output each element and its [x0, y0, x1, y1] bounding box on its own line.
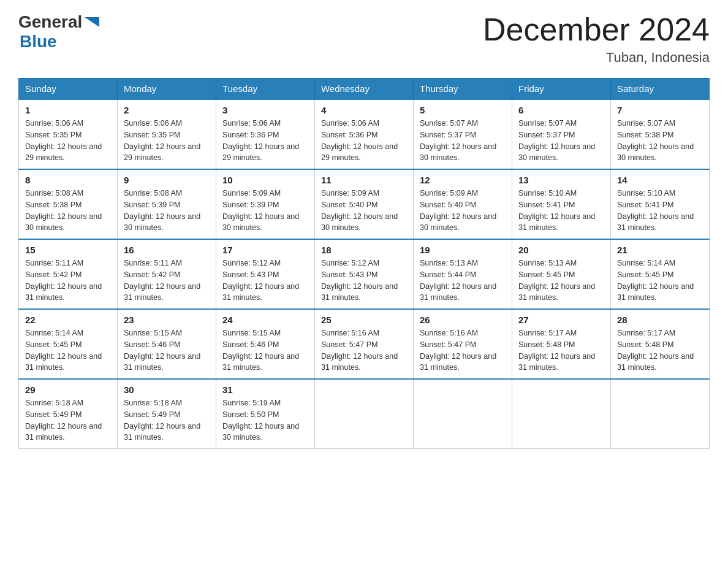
day-number: 6: [518, 105, 604, 115]
daylight-label: Daylight: 12 hours and 31 minutes.: [222, 282, 299, 302]
calendar-header-row: SundayMondayTuesdayWednesdayThursdayFrid…: [19, 79, 710, 100]
daylight-label: Daylight: 12 hours and 30 minutes.: [321, 212, 398, 232]
sunrise-label: Sunrise: 5:08 AM: [25, 189, 83, 197]
sunset-label: Sunset: 5:47 PM: [321, 340, 377, 349]
sunset-label: Sunset: 5:45 PM: [518, 270, 575, 279]
day-info: Sunrise: 5:16 AM Sunset: 5:47 PM Dayligh…: [420, 327, 506, 373]
sunset-label: Sunset: 5:50 PM: [222, 410, 279, 419]
sunset-label: Sunset: 5:42 PM: [124, 270, 180, 279]
sunset-label: Sunset: 5:39 PM: [124, 201, 180, 209]
day-info: Sunrise: 5:13 AM Sunset: 5:45 PM Dayligh…: [518, 258, 604, 304]
day-info: Sunrise: 5:08 AM Sunset: 5:39 PM Dayligh…: [124, 188, 210, 234]
title-section: December 2024 Tuban, Indonesia: [483, 12, 710, 66]
sunset-label: Sunset: 5:45 PM: [25, 340, 82, 349]
daylight-label: Daylight: 12 hours and 30 minutes.: [518, 142, 595, 163]
daylight-label: Daylight: 12 hours and 31 minutes.: [124, 422, 200, 442]
sunrise-label: Sunrise: 5:07 AM: [518, 119, 577, 128]
daylight-label: Daylight: 12 hours and 31 minutes.: [25, 352, 102, 372]
sunrise-label: Sunrise: 5:14 AM: [617, 259, 675, 267]
calendar-day-cell: 6 Sunrise: 5:07 AM Sunset: 5:37 PM Dayli…: [512, 99, 611, 169]
sunrise-label: Sunrise: 5:09 AM: [321, 189, 379, 197]
location-subtitle: Tuban, Indonesia: [483, 50, 710, 66]
day-number: 25: [321, 315, 407, 325]
calendar-day-cell: 17 Sunrise: 5:12 AM Sunset: 5:43 PM Dayl…: [216, 239, 315, 309]
logo-text-general: General: [18, 12, 82, 32]
calendar-header-saturday: Saturday: [611, 79, 710, 100]
calendar-day-cell: 13 Sunrise: 5:10 AM Sunset: 5:41 PM Dayl…: [512, 169, 611, 239]
calendar-week-row: 8 Sunrise: 5:08 AM Sunset: 5:38 PM Dayli…: [19, 169, 710, 239]
calendar-week-row: 15 Sunrise: 5:11 AM Sunset: 5:42 PM Dayl…: [19, 239, 710, 309]
calendar-day-cell: 14 Sunrise: 5:10 AM Sunset: 5:41 PM Dayl…: [611, 169, 710, 239]
calendar-header-wednesday: Wednesday: [315, 79, 414, 100]
sunset-label: Sunset: 5:42 PM: [25, 270, 82, 279]
day-number: 26: [420, 315, 506, 325]
daylight-label: Daylight: 12 hours and 29 minutes.: [222, 142, 299, 163]
sunrise-label: Sunrise: 5:10 AM: [518, 189, 577, 197]
sunset-label: Sunset: 5:35 PM: [25, 131, 82, 139]
sunset-label: Sunset: 5:44 PM: [420, 270, 476, 279]
calendar-header-monday: Monday: [118, 79, 216, 100]
sunrise-label: Sunrise: 5:15 AM: [222, 329, 281, 337]
sunrise-label: Sunrise: 5:07 AM: [617, 119, 675, 128]
day-info: Sunrise: 5:08 AM Sunset: 5:38 PM Dayligh…: [25, 188, 111, 234]
day-info: Sunrise: 5:16 AM Sunset: 5:47 PM Dayligh…: [321, 327, 407, 373]
calendar-day-cell: [611, 379, 710, 449]
day-number: 15: [25, 245, 111, 255]
calendar-header-thursday: Thursday: [414, 79, 512, 100]
calendar-day-cell: 26 Sunrise: 5:16 AM Sunset: 5:47 PM Dayl…: [414, 309, 512, 379]
day-number: 3: [222, 105, 308, 115]
day-number: 23: [124, 315, 210, 325]
calendar-day-cell: 29 Sunrise: 5:18 AM Sunset: 5:49 PM Dayl…: [19, 379, 118, 449]
sunrise-label: Sunrise: 5:19 AM: [222, 399, 281, 407]
day-info: Sunrise: 5:14 AM Sunset: 5:45 PM Dayligh…: [617, 258, 703, 304]
day-number: 17: [222, 245, 308, 255]
calendar-day-cell: 7 Sunrise: 5:07 AM Sunset: 5:38 PM Dayli…: [611, 99, 710, 169]
sunrise-label: Sunrise: 5:14 AM: [25, 329, 83, 337]
calendar-week-row: 1 Sunrise: 5:06 AM Sunset: 5:35 PM Dayli…: [19, 99, 710, 169]
sunrise-label: Sunrise: 5:10 AM: [617, 189, 675, 197]
sunrise-label: Sunrise: 5:11 AM: [25, 259, 83, 267]
daylight-label: Daylight: 12 hours and 31 minutes.: [25, 282, 102, 302]
calendar-header-friday: Friday: [512, 79, 611, 100]
daylight-label: Daylight: 12 hours and 31 minutes.: [321, 352, 398, 372]
sunset-label: Sunset: 5:41 PM: [617, 201, 673, 209]
daylight-label: Daylight: 12 hours and 31 minutes.: [617, 282, 694, 302]
calendar-day-cell: 4 Sunrise: 5:06 AM Sunset: 5:36 PM Dayli…: [315, 99, 414, 169]
sunrise-label: Sunrise: 5:06 AM: [321, 119, 379, 128]
calendar-day-cell: 1 Sunrise: 5:06 AM Sunset: 5:35 PM Dayli…: [19, 99, 118, 169]
day-number: 21: [617, 245, 703, 255]
day-info: Sunrise: 5:15 AM Sunset: 5:46 PM Dayligh…: [222, 327, 308, 373]
sunset-label: Sunset: 5:48 PM: [617, 340, 673, 349]
calendar-day-cell: 31 Sunrise: 5:19 AM Sunset: 5:50 PM Dayl…: [216, 379, 315, 449]
day-info: Sunrise: 5:11 AM Sunset: 5:42 PM Dayligh…: [25, 258, 111, 304]
day-number: 24: [222, 315, 308, 325]
calendar-day-cell: 18 Sunrise: 5:12 AM Sunset: 5:43 PM Dayl…: [315, 239, 414, 309]
daylight-label: Daylight: 12 hours and 30 minutes.: [25, 212, 102, 232]
day-info: Sunrise: 5:17 AM Sunset: 5:48 PM Dayligh…: [518, 327, 604, 373]
daylight-label: Daylight: 12 hours and 31 minutes.: [617, 352, 694, 372]
sunrise-label: Sunrise: 5:09 AM: [222, 189, 281, 197]
day-info: Sunrise: 5:11 AM Sunset: 5:42 PM Dayligh…: [124, 258, 210, 304]
day-number: 1: [25, 105, 111, 115]
calendar-day-cell: 24 Sunrise: 5:15 AM Sunset: 5:46 PM Dayl…: [216, 309, 315, 379]
calendar-table: SundayMondayTuesdayWednesdayThursdayFrid…: [18, 78, 710, 449]
day-info: Sunrise: 5:06 AM Sunset: 5:35 PM Dayligh…: [124, 118, 210, 164]
day-number: 12: [420, 175, 506, 185]
calendar-day-cell: 12 Sunrise: 5:09 AM Sunset: 5:40 PM Dayl…: [414, 169, 512, 239]
sunset-label: Sunset: 5:49 PM: [25, 410, 82, 419]
day-number: 7: [617, 105, 703, 115]
day-number: 10: [222, 175, 308, 185]
daylight-label: Daylight: 12 hours and 31 minutes.: [518, 212, 595, 232]
day-info: Sunrise: 5:19 AM Sunset: 5:50 PM Dayligh…: [222, 397, 308, 443]
day-number: 18: [321, 245, 407, 255]
sunset-label: Sunset: 5:46 PM: [222, 340, 279, 349]
sunrise-label: Sunrise: 5:16 AM: [420, 329, 478, 337]
day-info: Sunrise: 5:09 AM Sunset: 5:39 PM Dayligh…: [222, 188, 308, 234]
sunrise-label: Sunrise: 5:06 AM: [124, 119, 182, 128]
day-info: Sunrise: 5:18 AM Sunset: 5:49 PM Dayligh…: [25, 397, 111, 443]
calendar-day-cell: 15 Sunrise: 5:11 AM Sunset: 5:42 PM Dayl…: [19, 239, 118, 309]
sunrise-label: Sunrise: 5:08 AM: [124, 189, 182, 197]
day-info: Sunrise: 5:17 AM Sunset: 5:48 PM Dayligh…: [617, 327, 703, 373]
calendar-day-cell: [512, 379, 611, 449]
day-number: 27: [518, 315, 604, 325]
